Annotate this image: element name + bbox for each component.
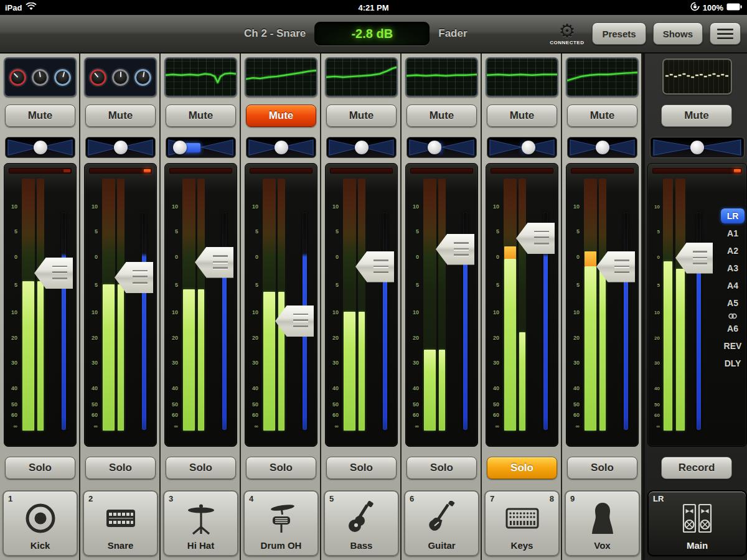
channel-processing-thumbnail[interactable]: [486, 57, 558, 97]
db-scale-label: 20: [332, 335, 339, 341]
mute-button[interactable]: Mute: [487, 105, 557, 127]
bus-item[interactable]: LR: [721, 208, 745, 223]
solo-button[interactable]: Solo: [85, 457, 156, 479]
shows-button[interactable]: Shows: [653, 22, 703, 45]
fader-section: 10505102030405060∞: [84, 163, 157, 447]
pan-ball[interactable]: [690, 141, 704, 154]
bus-item[interactable]: A1: [719, 225, 746, 242]
channel-processing-thumbnail[interactable]: [325, 57, 398, 97]
mute-button[interactable]: Mute: [246, 105, 316, 127]
bus-item[interactable]: DLY: [719, 355, 746, 372]
level-meter: [263, 179, 276, 431]
mute-button[interactable]: Mute: [5, 105, 75, 127]
pan-ball[interactable]: [596, 141, 609, 154]
param-label: Fader: [438, 27, 467, 40]
connected-status-label: CONNECTED: [550, 40, 584, 45]
channel-card[interactable]: 2 Snare: [83, 490, 158, 556]
channel-card[interactable]: 1 Kick: [2, 490, 78, 556]
channel-strip: Mute 10505102030405060∞ Solo 1 Kick: [0, 54, 80, 560]
db-scale-label: 0: [14, 254, 17, 260]
clip-led: [465, 169, 472, 172]
channel-processing-thumbnail[interactable]: [84, 57, 157, 97]
channel-meters: [102, 179, 125, 431]
db-scale-label: 5: [255, 228, 258, 235]
presets-button[interactable]: Presets: [592, 22, 646, 45]
channel-processing-thumbnail[interactable]: [4, 57, 77, 97]
db-scale-label: 10: [332, 203, 339, 210]
mute-button[interactable]: Mute: [85, 105, 156, 127]
solo-button[interactable]: Solo: [246, 457, 316, 479]
mute-button[interactable]: Mute: [567, 105, 637, 127]
pan-ball[interactable]: [355, 141, 369, 154]
main-channel-card[interactable]: LR Main: [647, 490, 747, 556]
channel-card[interactable]: 6 Guitar: [404, 490, 479, 556]
db-scale-label: 0: [496, 254, 499, 260]
channel-card[interactable]: 4 Drum OH: [243, 490, 319, 556]
mute-button[interactable]: Mute: [326, 105, 397, 127]
record-button[interactable]: Record: [661, 457, 732, 479]
channel-processing-thumbnail[interactable]: [245, 57, 317, 97]
graphic-eq-graphic: [664, 60, 731, 93]
channel-card[interactable]: 5 Bass: [324, 490, 399, 556]
bus-item[interactable]: A5: [719, 294, 746, 312]
pan-slider[interactable]: [567, 137, 637, 158]
fader-track[interactable]: [222, 212, 227, 430]
solo-button[interactable]: Solo: [406, 457, 477, 479]
pan-bowtie-graphic: [407, 138, 476, 157]
pan-ball[interactable]: [114, 141, 128, 154]
pan-slider[interactable]: [406, 137, 477, 158]
fader-track[interactable]: [383, 212, 387, 430]
db-scale: 10505102030405060∞: [406, 179, 421, 431]
bus-item[interactable]: REV: [719, 337, 746, 355]
settings-connected-group[interactable]: ⚙ CONNECTED: [550, 22, 584, 45]
db-scale-label: 40: [172, 385, 178, 391]
pan-slider[interactable]: [5, 137, 75, 158]
menu-button[interactable]: [710, 22, 741, 45]
clip-led: [304, 169, 311, 172]
bus-item[interactable]: A2: [719, 242, 746, 259]
channel-card[interactable]: 3 Hi Hat: [163, 490, 238, 556]
fader-grip-lines: [454, 242, 469, 257]
output-bus-list: LRA1A2A3A4A5A6REVDLY: [719, 207, 746, 372]
fader-track[interactable]: [62, 212, 66, 430]
channel-name: Hi Hat: [164, 540, 237, 551]
main-graphic-eq-thumbnail[interactable]: [662, 58, 732, 95]
pan-ball[interactable]: [34, 141, 47, 154]
fader-track[interactable]: [624, 212, 628, 430]
mute-button[interactable]: Mute: [166, 105, 236, 127]
pan-ball[interactable]: [428, 141, 441, 154]
solo-button[interactable]: Solo: [166, 457, 236, 479]
pan-slider[interactable]: [166, 137, 236, 158]
level-meter: [37, 179, 44, 431]
pan-slider[interactable]: [85, 137, 156, 158]
pan-slider[interactable]: [487, 137, 557, 158]
solo-button[interactable]: Solo: [487, 457, 557, 479]
channel-card[interactable]: 9 Vox: [565, 490, 640, 556]
main-mute-button[interactable]: Mute: [661, 105, 732, 127]
pan-slider[interactable]: [246, 137, 316, 158]
bus-item[interactable]: A6: [719, 320, 746, 337]
pan-ball[interactable]: [522, 141, 535, 154]
db-scale-label: 20: [172, 335, 178, 341]
channel-processing-thumbnail[interactable]: [405, 57, 478, 97]
bus-item[interactable]: A4: [719, 277, 746, 294]
db-scale-label: 5: [416, 228, 419, 235]
gear-icon[interactable]: ⚙: [558, 22, 575, 40]
main-pan-slider[interactable]: [650, 137, 745, 158]
pan-ball[interactable]: [275, 141, 288, 154]
solo-button[interactable]: Solo: [567, 457, 637, 479]
channel-name: Snare: [84, 540, 157, 551]
level-meter: [358, 179, 365, 431]
fader-track[interactable]: [142, 212, 146, 430]
solo-button[interactable]: Solo: [5, 457, 75, 479]
solo-button[interactable]: Solo: [326, 457, 397, 479]
db-scale-label: ∞: [415, 423, 419, 429]
db-scale-label: 60: [332, 412, 339, 418]
channel-card[interactable]: 7 8 Keys: [484, 490, 560, 556]
fader-grip-lines: [213, 255, 228, 270]
pan-slider[interactable]: [326, 137, 397, 158]
mute-button[interactable]: Mute: [406, 105, 477, 127]
channel-processing-thumbnail[interactable]: [164, 57, 237, 97]
bus-item[interactable]: A3: [719, 259, 746, 277]
channel-processing-thumbnail[interactable]: [566, 57, 639, 97]
